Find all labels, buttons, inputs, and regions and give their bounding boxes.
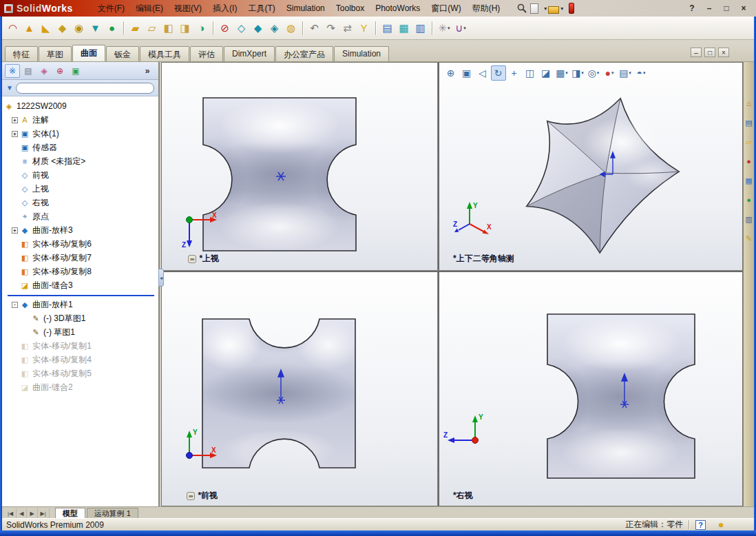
radiate-surface-icon[interactable]: ● [104, 20, 120, 37]
tree-item-surface-knit3[interactable]: ◪ 曲面-缝合3 [2, 278, 158, 292]
view-settings-icon[interactable]: ◓▾ [633, 65, 649, 81]
pan-icon[interactable]: + [507, 65, 522, 81]
tab-sheet-metal[interactable]: 钣金 [106, 46, 139, 61]
tree-item-annotations[interactable]: + A 注解 [2, 113, 158, 127]
displaymanager-tab-icon[interactable]: ▣ [68, 64, 83, 78]
viewport-front[interactable]: Y X ∞ *前视 [162, 272, 437, 506]
tree-item-sketch1[interactable]: ✎ (-) 草图1 [2, 325, 158, 339]
tree-item-body-move-copy1[interactable]: ◧ 实体-移动/复制1 [2, 339, 158, 353]
tab-dimxpert[interactable]: DimXpert [224, 46, 275, 61]
scroll-prev-icon[interactable]: ◀ [17, 508, 27, 518]
mirror-icon[interactable]: Y [356, 20, 372, 37]
apply-scene-icon[interactable]: ▤▾ [618, 65, 633, 81]
menu-toolbox[interactable]: Toolbox [330, 2, 370, 14]
scroll-last-icon[interactable]: ▶| [38, 508, 50, 518]
doc-restore-button[interactable]: □ [704, 48, 715, 57]
viewport-divider-vertical[interactable] [437, 63, 439, 506]
tree-root-part[interactable]: ◈ 1222SW2009 [2, 99, 158, 113]
delete-face-icon[interactable]: ⊘ [217, 20, 233, 37]
filled-surface-icon[interactable]: ▰ [127, 20, 144, 37]
tab-simulation[interactable]: Simulation [334, 46, 389, 61]
viewport-divider-horizontal[interactable] [162, 270, 742, 272]
configurationmanager-tab-icon[interactable]: ◈ [36, 64, 52, 78]
rotate-view-icon[interactable]: ↻ [491, 65, 506, 81]
filter-input[interactable] [16, 83, 154, 94]
instant3d-icon[interactable]: ▥ [412, 20, 429, 37]
viewport-top[interactable]: X Z ∞ *上视 [162, 63, 437, 270]
undo-icon[interactable]: ↶ [306, 20, 323, 37]
custom-properties-icon[interactable]: ▥ [744, 214, 754, 225]
new-document-caret-icon[interactable]: ▾ [544, 6, 547, 12]
origin-marker[interactable] [599, 150, 622, 180]
search-icon[interactable] [516, 3, 529, 14]
expander-icon[interactable]: - [12, 302, 18, 308]
curves-icon[interactable]: ▦ [396, 20, 412, 37]
edit-appearance-icon[interactable]: ●▾ [602, 65, 617, 81]
menu-edit[interactable]: 编辑(E) [130, 1, 169, 16]
tree-item-surface-loft1[interactable]: - ◆ 曲面-放样1 [2, 298, 158, 311]
quick-tips-help-icon[interactable]: ? [695, 520, 706, 530]
knit-surface-icon[interactable]: ◑ [193, 20, 210, 37]
display-style-icon[interactable]: ◨▾ [570, 65, 585, 81]
appearances-icon[interactable]: ● [744, 194, 754, 205]
viewport-isometric[interactable]: ⊕▣◁↻+◫◪▦▾◨▾◎▾●▾▤▾◓▾ [439, 63, 742, 270]
doc-close-button[interactable]: × [718, 48, 729, 57]
view-orientation-icon[interactable]: ▦▾ [554, 65, 569, 81]
menu-tools[interactable]: 工具(T) [242, 1, 280, 16]
origin-marker[interactable] [617, 373, 632, 410]
extruded-surface-icon[interactable]: ▲ [21, 20, 38, 37]
planar-surface-icon[interactable]: ▱ [144, 20, 160, 37]
panel-overflow-icon[interactable]: » [140, 64, 155, 78]
thicken-icon[interactable]: ◈ [266, 20, 283, 37]
tree-item-body-move-copy7[interactable]: ◧ 实体-移动/复制7 [2, 251, 158, 265]
origin-marker[interactable] [273, 369, 288, 406]
scroll-next-icon[interactable]: ▶ [27, 508, 37, 518]
offset-surface-icon[interactable]: ▼ [87, 20, 104, 37]
design-library-icon[interactable]: ▤ [744, 117, 754, 128]
origin-marker[interactable] [272, 167, 290, 185]
tree-item-surface-loft3[interactable]: + ◆ 曲面-放样3 [2, 223, 158, 237]
solidworks-resources-icon[interactable]: ⌂ [744, 98, 754, 109]
untrim-surface-icon[interactable]: ◆ [250, 20, 266, 37]
spline-tools-icon[interactable]: ∪▾ [452, 20, 469, 37]
menu-photoworks[interactable]: PhotoWorks [370, 2, 426, 14]
tree-item-material[interactable]: ≡ 材质 <未指定> [2, 154, 158, 168]
lofted-surface-icon[interactable]: ◆ [54, 20, 71, 37]
open-document-caret-icon[interactable]: ▾ [560, 6, 563, 12]
tab-sketch[interactable]: 草图 [39, 46, 72, 61]
new-document-icon[interactable] [530, 3, 538, 14]
tab-features[interactable]: 特征 [5, 46, 38, 61]
replace-face-icon[interactable]: ◇ [233, 20, 250, 37]
open-document-icon[interactable] [548, 6, 559, 14]
section-view-icon[interactable]: ◪ [538, 65, 554, 81]
hide-show-items-icon[interactable]: ◎▾ [586, 65, 601, 81]
tree-item-origin[interactable]: ⌖ 原点 [2, 209, 158, 223]
expander-icon[interactable]: + [12, 117, 18, 123]
menu-view[interactable]: 视图(V) [169, 1, 207, 16]
dimxpertmanager-tab-icon[interactable]: ⊕ [52, 64, 67, 78]
previous-view-icon[interactable]: ◁ [475, 65, 490, 81]
boundary-surface-icon[interactable]: ◉ [71, 20, 87, 37]
rebuild-icon[interactable]: ⇄ [339, 20, 356, 37]
tree-item-sensors[interactable]: ▣ 传感器 [2, 141, 158, 154]
tree-item-front-plane[interactable]: ◇ 前视 [2, 168, 158, 182]
solidworks-search-icon[interactable]: ● [744, 156, 754, 167]
expander-icon[interactable]: + [12, 227, 18, 234]
viewport-right[interactable]: Y Z *右视 [439, 272, 742, 506]
menu-window[interactable]: 窗口(W) [426, 1, 466, 16]
scroll-first-icon[interactable]: |◀ [5, 508, 17, 518]
freeform-icon[interactable]: ◍ [283, 20, 300, 37]
redo-icon[interactable]: ↷ [323, 20, 339, 37]
tree-item-solid-bodies[interactable]: + ▣ 实体(1) [2, 127, 158, 141]
tree-item-body-move-copy4[interactable]: ◧ 实体-移动/复制4 [2, 353, 158, 367]
menu-help[interactable]: 帮助(H) [467, 1, 506, 16]
tangent-edge-icon[interactable]: ● [718, 519, 724, 530]
zoom-to-area-icon[interactable]: ▣ [459, 65, 474, 81]
rollback-bar[interactable] [8, 293, 154, 296]
featuremanager-tab-icon[interactable]: ※ [5, 64, 20, 78]
tree-item-3d-sketch1[interactable]: ✎ (-) 3D草图1 [2, 311, 158, 325]
tab-motion-study-1[interactable]: 运动算例 1 [87, 508, 138, 518]
tab-evaluate[interactable]: 评估 [190, 46, 223, 61]
tree-item-body-move-copy5[interactable]: ◧ 实体-移动/复制5 [2, 367, 158, 380]
minimize-button[interactable]: – [702, 3, 716, 14]
